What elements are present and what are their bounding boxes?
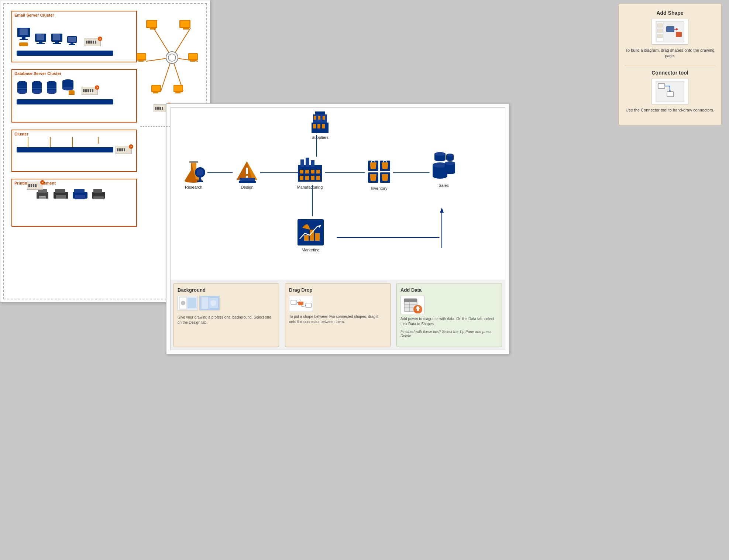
- svg-rect-13: [68, 37, 76, 42]
- adddata-tip-icon: [400, 296, 424, 314]
- svg-rect-64: [55, 189, 65, 193]
- connector-tool-title: Connector tool: [625, 70, 715, 76]
- sales-node[interactable]: Sales: [431, 152, 457, 188]
- printer-3[interactable]: [72, 188, 88, 202]
- svg-rect-97: [175, 92, 180, 93]
- adddata-tip-title: Add Data: [400, 287, 498, 293]
- svg-rect-44: [83, 89, 85, 92]
- svg-rect-65: [56, 195, 66, 199]
- svg-rect-68: [75, 195, 85, 199]
- printer-2[interactable]: [53, 188, 69, 202]
- svg-rect-125: [189, 161, 198, 163]
- db-cluster: Database Server Cluster: [11, 69, 137, 123]
- print-hub[interactable]: ✕: [27, 182, 43, 190]
- svg-rect-135: [240, 178, 255, 181]
- svg-rect-21: [95, 41, 96, 44]
- svg-rect-132: [246, 168, 248, 174]
- process-flow-area: Suppliers: [171, 108, 505, 289]
- svg-rect-70: [93, 189, 102, 193]
- svg-rect-184: [188, 298, 196, 308]
- svg-point-39: [62, 87, 73, 90]
- svg-rect-146: [300, 176, 303, 180]
- manufacturing-label: Manufacturing: [297, 185, 323, 189]
- svg-rect-17: [86, 41, 87, 44]
- svg-rect-58: [35, 184, 37, 187]
- svg-rect-19: [90, 41, 92, 44]
- svg-rect-46: [87, 89, 89, 92]
- svg-rect-15: [69, 44, 75, 45]
- db-hub[interactable]: ✕: [82, 87, 98, 95]
- svg-point-127: [197, 169, 203, 176]
- background-tip-icon2: [199, 296, 220, 310]
- design-node[interactable]: Design: [235, 159, 259, 189]
- svg-rect-120: [317, 124, 320, 128]
- add-shape-icon-box: [651, 19, 688, 45]
- connector-tool-section: Connector tool Use the Connector tool to…: [625, 70, 715, 113]
- svg-rect-9: [53, 34, 60, 40]
- svg-rect-56: [31, 184, 32, 187]
- plain-hub[interactable]: ✕: [116, 146, 132, 155]
- svg-rect-51: [119, 148, 121, 151]
- db-cluster-title: Database Server Cluster: [12, 70, 136, 76]
- right-tip-panel: Add Shape To build a diagram, drag shape…: [618, 4, 722, 125]
- marketing-node[interactable]: Marketing: [297, 219, 324, 252]
- main-diagram: Suppliers: [166, 103, 509, 354]
- svg-rect-93: [152, 86, 160, 91]
- svg-rect-53: [124, 148, 125, 151]
- db-icon-1[interactable]: [17, 80, 28, 95]
- connector-tool-icon-box: [651, 79, 688, 104]
- svg-rect-200: [417, 309, 419, 311]
- svg-rect-85: [183, 28, 189, 30]
- svg-rect-194: [404, 299, 417, 302]
- svg-rect-190: [306, 303, 312, 308]
- svg-rect-144: [311, 170, 314, 174]
- svg-rect-117: [323, 116, 325, 120]
- svg-rect-178: [315, 233, 320, 241]
- svg-rect-107: [657, 34, 663, 38]
- svg-rect-45: [85, 89, 87, 92]
- plain-cluster-title: Cluster: [12, 130, 136, 137]
- printer-4[interactable]: [91, 188, 106, 202]
- svg-rect-84: [180, 21, 189, 27]
- svg-rect-50: [117, 148, 118, 151]
- svg-rect-67: [74, 189, 85, 193]
- dragdrop-tip-text: To put a shape between two connected sha…: [289, 314, 386, 324]
- email-monitor-2[interactable]: [34, 33, 47, 46]
- svg-marker-131: [228, 172, 233, 173]
- db-icon-2[interactable]: [31, 80, 42, 95]
- svg-rect-134: [239, 181, 256, 183]
- svg-rect-108: [666, 26, 674, 32]
- email-monitor-3[interactable]: [51, 33, 63, 46]
- svg-marker-173: [312, 212, 313, 217]
- svg-rect-90: [189, 54, 197, 59]
- svg-rect-3: [20, 39, 28, 40]
- suppliers-node[interactable]: Suppliers: [311, 111, 329, 140]
- manufacturing-node[interactable]: Manufacturing: [296, 156, 324, 189]
- svg-rect-87: [137, 54, 145, 59]
- svg-rect-149: [316, 176, 320, 180]
- connector-tool-text: Use the Connector tool to hand-draw conn…: [625, 107, 715, 113]
- inventory-node[interactable]: Inventory: [366, 159, 392, 190]
- svg-rect-179: [304, 235, 309, 241]
- design-label: Design: [241, 185, 253, 189]
- db-icon-4[interactable]: [61, 79, 75, 95]
- email-hub[interactable]: ✕: [85, 38, 101, 46]
- email-monitor-4[interactable]: [67, 36, 77, 46]
- svg-point-79: [168, 54, 176, 61]
- svg-rect-99: [155, 107, 157, 110]
- inventory-label: Inventory: [371, 186, 387, 190]
- svg-rect-191: [298, 302, 303, 305]
- marketing-label: Marketing: [302, 248, 319, 252]
- svg-rect-20: [93, 41, 94, 44]
- svg-rect-7: [37, 43, 45, 44]
- background-tip-text: Give your drawing a professional backgro…: [178, 315, 275, 325]
- research-node[interactable]: Research: [182, 159, 206, 189]
- svg-rect-6: [39, 42, 42, 43]
- adddata-tip-note: Finished with these tips? Select the Tip…: [400, 330, 498, 338]
- svg-rect-141: [311, 160, 314, 167]
- canvas: Email Server Cluster: [0, 0, 729, 560]
- email-monitor-1[interactable]: [17, 27, 31, 46]
- db-icon-3[interactable]: [46, 80, 57, 95]
- add-shape-title: Add Shape: [625, 10, 715, 16]
- svg-marker-171: [440, 207, 444, 213]
